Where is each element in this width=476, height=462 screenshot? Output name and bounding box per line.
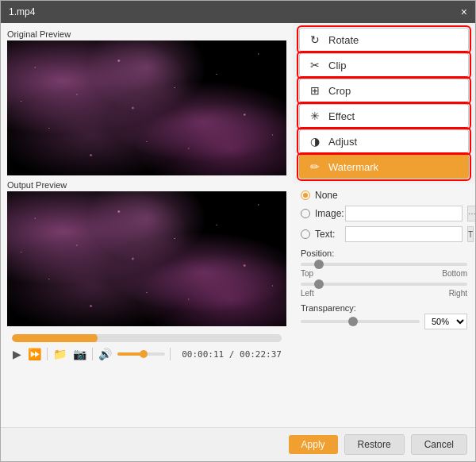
right-panel: ↻ Rotate ✂ Clip ⊞ Crop ✳ Effect ◑ (293, 23, 475, 427)
main-content: Original Preview Output Preview (1, 23, 475, 427)
position-h-slider[interactable] (301, 263, 467, 266)
watermark-button[interactable]: ✏ Watermark (299, 155, 469, 179)
image-browse-button[interactable]: ⋯ (467, 206, 475, 221)
bottom-bar: Apply Restore Cancel (1, 427, 475, 461)
effect-button[interactable]: ✳ Effect (299, 104, 469, 128)
clip-button[interactable]: ✂ Clip (299, 53, 469, 77)
crop-button[interactable]: ⊞ Crop (299, 79, 469, 102)
separator-2 (92, 348, 93, 360)
adjust-label: Adjust (328, 136, 357, 148)
play-button[interactable]: ▶ (12, 347, 22, 361)
progress-bar-container[interactable] (12, 334, 282, 342)
original-preview-section: Original Preview (7, 29, 286, 175)
transparency-slider[interactable] (301, 320, 420, 323)
text-font-icon: T (468, 230, 473, 239)
crop-label: Crop (328, 85, 351, 97)
position-v-slider[interactable] (301, 283, 467, 286)
none-label: None (315, 190, 340, 201)
controls-bar: ▶ ⏩ 📁 📷 🔊 (7, 331, 286, 364)
image-label: Image: (315, 208, 340, 219)
rotate-button[interactable]: ↻ Rotate (299, 28, 469, 52)
folder-icon: 📁 (53, 348, 67, 360)
main-window: 1.mp4 × Original Preview Output Preview (0, 0, 476, 462)
volume-icon: 🔊 (98, 348, 112, 360)
separator-3 (170, 348, 171, 360)
output-video-preview (7, 191, 286, 326)
text-input[interactable] (345, 226, 463, 242)
text-row: Text: T ▦ (301, 226, 467, 242)
output-video-stars (7, 191, 286, 326)
restore-button[interactable]: Restore (344, 434, 405, 455)
image-radio[interactable] (301, 209, 310, 218)
watermark-label: Watermark (328, 161, 378, 173)
clip-icon: ✂ (308, 59, 322, 71)
transparency-label: Transparency: (301, 303, 356, 313)
left-label: Left (301, 289, 314, 298)
left-panel: Original Preview Output Preview (1, 23, 293, 427)
image-row: Image: ⋯ (301, 206, 467, 221)
adjust-button[interactable]: ◑ Adjust (299, 129, 469, 153)
image-browse-icon: ⋯ (468, 210, 475, 218)
none-radio[interactable] (301, 191, 310, 200)
effect-label: Effect (328, 110, 355, 122)
watermark-icon: ✏ (308, 160, 322, 173)
effect-icon: ✳ (308, 110, 322, 122)
transparency-section: Transparency: 50% (301, 302, 467, 329)
time-display: 00:00:11 / 00:22:37 (182, 349, 282, 360)
original-video-preview (7, 40, 286, 175)
progress-handle[interactable] (88, 334, 98, 342)
position-h-handle[interactable] (314, 260, 324, 269)
volume-button[interactable]: 🔊 (98, 347, 113, 361)
close-button[interactable]: × (461, 6, 467, 17)
volume-handle[interactable] (140, 350, 148, 358)
tool-buttons: ↻ Rotate ✂ Clip ⊞ Crop ✳ Effect ◑ (293, 23, 475, 183)
bottom-label: Bottom (442, 269, 467, 278)
window-title: 1.mp4 (9, 6, 35, 17)
cancel-button[interactable]: Cancel (411, 434, 467, 455)
watermark-panel: None Image: ⋯ Text: T (293, 183, 475, 427)
position-h-labels: Top Bottom (301, 269, 467, 278)
top-label: Top (301, 269, 313, 278)
progress-bar-fill (12, 334, 93, 342)
transparency-row: 50% (301, 314, 467, 329)
image-input[interactable] (345, 206, 463, 221)
controls-row: ▶ ⏩ 📁 📷 🔊 (12, 347, 282, 361)
fast-forward-button[interactable]: ⏩ (27, 347, 42, 361)
position-v-handle[interactable] (314, 279, 324, 289)
folder-button[interactable]: 📁 (52, 347, 67, 361)
output-preview-label: Output Preview (7, 180, 286, 190)
original-video-stars (7, 40, 286, 175)
right-label: Right (449, 289, 467, 298)
position-section: Position: Top Bottom Left Right (301, 247, 467, 298)
text-font-button[interactable]: T (467, 226, 474, 242)
separator-1 (47, 348, 48, 360)
adjust-icon: ◑ (308, 135, 322, 148)
camera-button[interactable]: 📷 (72, 347, 87, 361)
title-bar: 1.mp4 × (1, 1, 475, 23)
transparency-handle[interactable] (348, 317, 358, 326)
text-label: Text: (315, 229, 340, 240)
none-row: None (301, 190, 467, 201)
camera-icon: 📷 (73, 348, 86, 360)
fast-forward-icon: ⏩ (28, 348, 41, 360)
volume-slider[interactable] (117, 352, 165, 356)
rotate-label: Rotate (328, 34, 359, 46)
position-label: Position: (301, 248, 467, 258)
position-v-labels: Left Right (301, 289, 467, 298)
transparency-select[interactable]: 50% (424, 314, 467, 329)
play-icon: ▶ (13, 348, 21, 360)
crop-icon: ⊞ (308, 84, 322, 97)
text-radio[interactable] (301, 229, 310, 239)
apply-button[interactable]: Apply (289, 435, 338, 454)
output-preview-section: Output Preview (7, 180, 286, 326)
clip-label: Clip (328, 60, 346, 71)
rotate-icon: ↻ (308, 33, 322, 46)
original-preview-label: Original Preview (7, 29, 286, 39)
